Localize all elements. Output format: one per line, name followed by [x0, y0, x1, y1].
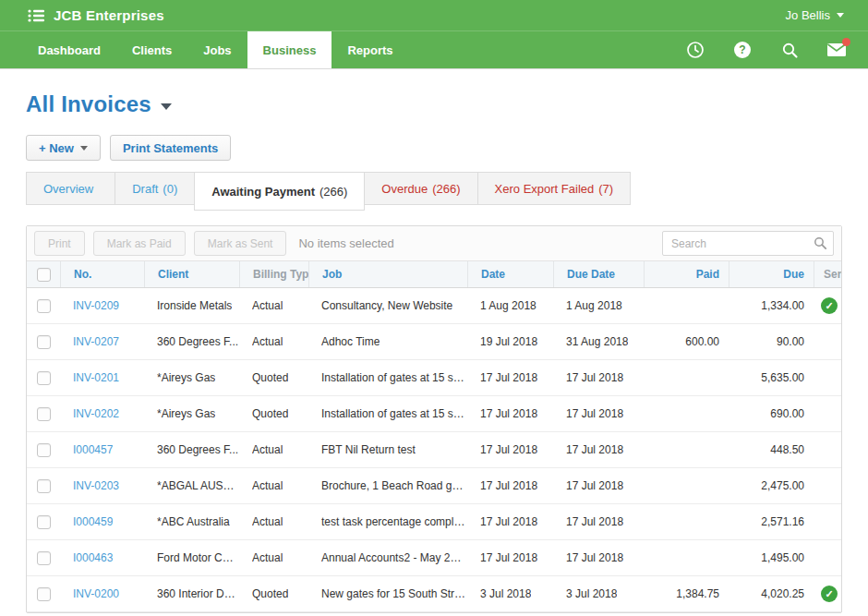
invoice-number-link[interactable]: INV-0202: [73, 407, 119, 420]
sent-cell: [814, 504, 841, 539]
nav-icons: ?: [684, 31, 848, 68]
invoice-panel: Print Mark as Paid Mark as Sent No items…: [26, 225, 842, 613]
print-button[interactable]: Print: [34, 231, 85, 256]
column-header-job[interactable]: Job: [308, 261, 467, 287]
title-row: All Invoices: [26, 91, 842, 117]
date-cell: 17 Jul 2018: [467, 432, 553, 467]
due-date-cell: 17 Jul 2018: [553, 396, 644, 431]
row-checkbox[interactable]: [37, 515, 51, 529]
invoice-number-link[interactable]: INV-0209: [73, 299, 119, 312]
column-header-client[interactable]: Client: [144, 261, 239, 287]
print-statements-button[interactable]: Print Statements: [110, 135, 231, 161]
job-cell: Installation of gates at 15 smi...: [308, 396, 467, 431]
row-checkbox[interactable]: [37, 479, 51, 493]
invoice-number-link[interactable]: INV-0207: [73, 335, 119, 348]
sent-check-icon: [821, 297, 838, 314]
paid-cell: [644, 540, 729, 575]
invoice-number-link[interactable]: I000459: [73, 515, 113, 528]
column-header-due-date[interactable]: Due Date: [553, 261, 644, 287]
list-icon[interactable]: [28, 8, 45, 23]
paid-cell: [644, 432, 729, 467]
billing-type-cell: Actual: [239, 468, 308, 503]
table-row[interactable]: INV-0201 *Aireys Gas Quoted Installation…: [27, 360, 841, 396]
table-row[interactable]: INV-0202 *Aireys Gas Quoted Installation…: [27, 396, 841, 432]
mark-as-paid-button[interactable]: Mark as Paid: [93, 231, 186, 256]
table-row[interactable]: INV-0200 360 Interior De... Quoted New g…: [27, 576, 841, 612]
client-cell: Ford Motor Co. NZ: [144, 540, 239, 575]
client-cell: *Aireys Gas: [144, 396, 239, 431]
help-icon[interactable]: ?: [731, 39, 753, 61]
table-row[interactable]: INV-0209 Ironside Metals Actual Consulta…: [27, 288, 841, 324]
user-menu[interactable]: Jo Bellis: [786, 8, 844, 22]
table-row[interactable]: I000459 *ABC Australia Actual test task …: [27, 504, 841, 540]
row-checkbox[interactable]: [37, 407, 51, 421]
tab-overdue[interactable]: Overdue (266): [364, 172, 477, 205]
table-row[interactable]: INV-0203 *ABGAL AUSTR... Actual Brochure…: [27, 468, 841, 504]
due-cell: 2,475.00: [729, 468, 814, 503]
client-cell: 360 Interior De...: [144, 576, 239, 611]
invoice-number-link[interactable]: INV-0203: [73, 479, 119, 492]
sent-cell: [814, 432, 841, 467]
row-checkbox[interactable]: [37, 335, 51, 349]
new-button[interactable]: + New: [26, 135, 101, 161]
column-header-paid[interactable]: Paid: [644, 261, 729, 287]
page-title-dropdown-icon[interactable]: [161, 103, 172, 110]
mail-icon[interactable]: [826, 39, 848, 61]
search-icon[interactable]: [778, 39, 801, 61]
billing-type-cell: Actual: [239, 540, 308, 575]
tab-overview[interactable]: Overview: [26, 172, 115, 205]
row-checkbox[interactable]: [37, 551, 51, 565]
search-input[interactable]: [662, 231, 834, 256]
tab-awaiting-payment[interactable]: Awaiting Payment (266): [194, 172, 365, 211]
table-row[interactable]: I000457 360 Degrees F... Actual FBT Nil …: [27, 432, 841, 468]
date-cell: 17 Jul 2018: [467, 360, 553, 395]
nav-item-reports[interactable]: Reports: [332, 31, 408, 68]
main-nav: Dashboard Clients Jobs Business Reports …: [0, 31, 868, 68]
paid-cell: [644, 396, 729, 431]
column-header-date[interactable]: Date: [467, 261, 553, 287]
table-row[interactable]: INV-0207 360 Degrees F... Actual Adhoc T…: [27, 324, 841, 360]
invoice-number-link[interactable]: INV-0200: [73, 587, 119, 600]
row-checkbox[interactable]: [37, 443, 51, 457]
notification-badge: [842, 38, 850, 46]
select-all-checkbox[interactable]: [37, 268, 51, 282]
date-cell: 19 Jul 2018: [467, 324, 553, 359]
page-title: All Invoices: [26, 91, 151, 117]
row-checkbox[interactable]: [37, 587, 51, 601]
invoice-no-cell: INV-0202: [60, 396, 144, 431]
job-cell: Annual Accounts2 - May 2018: [308, 540, 467, 575]
checkbox-cell: [27, 576, 60, 611]
selection-status: No items selected: [298, 236, 393, 250]
invoice-number-link[interactable]: I000463: [73, 551, 113, 564]
nav-item-jobs[interactable]: Jobs: [187, 31, 247, 68]
due-date-cell: 3 Jul 2018: [553, 576, 644, 611]
invoice-number-link[interactable]: I000457: [73, 443, 113, 456]
billing-type-cell: Actual: [239, 288, 308, 323]
invoice-table-body: INV-0209 Ironside Metals Actual Consulta…: [27, 288, 841, 612]
tab-draft[interactable]: Draft (0): [115, 172, 195, 205]
row-checkbox[interactable]: [37, 299, 51, 313]
nav-item-clients[interactable]: Clients: [116, 31, 187, 68]
tab-xero-export-failed[interactable]: Xero Export Failed (7): [477, 172, 632, 205]
column-header-due[interactable]: Due: [729, 261, 814, 287]
clock-icon[interactable]: [684, 39, 706, 61]
invoice-no-cell: INV-0209: [60, 288, 144, 323]
action-row: + New Print Statements: [26, 135, 842, 161]
app-header: JCB Enterprises Jo Bellis Dashboard Clie…: [0, 0, 868, 68]
due-date-cell: 17 Jul 2018: [553, 504, 644, 539]
row-checkbox[interactable]: [37, 371, 51, 385]
nav-item-business[interactable]: Business: [247, 31, 332, 68]
client-cell: *ABC Australia: [144, 504, 239, 539]
table-row[interactable]: I000463 Ford Motor Co. NZ Actual Annual …: [27, 540, 841, 576]
client-cell: 360 Degrees F...: [144, 324, 239, 359]
due-cell: 1,334.00: [729, 288, 814, 323]
sent-check-icon: [821, 586, 838, 602]
client-cell: 360 Degrees F...: [144, 432, 239, 467]
mark-as-sent-button[interactable]: Mark as Sent: [194, 231, 287, 256]
invoice-number-link[interactable]: INV-0201: [73, 371, 119, 384]
nav-item-dashboard[interactable]: Dashboard: [22, 31, 116, 68]
paid-cell: [644, 504, 729, 539]
panel-toolbar: Print Mark as Paid Mark as Sent No items…: [27, 226, 841, 260]
column-header-no[interactable]: No.: [60, 261, 144, 287]
checkbox-cell: [27, 288, 60, 323]
